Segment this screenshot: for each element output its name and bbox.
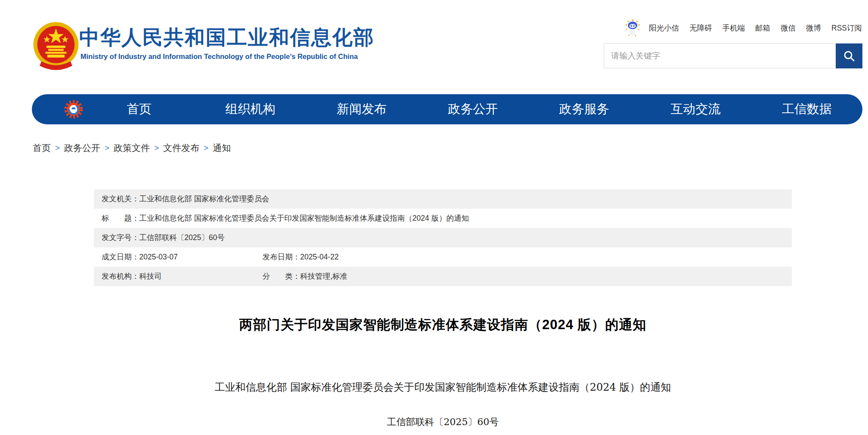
meta-row-publisher-category: 发布机构：科技司 分 类：科技管理,标准 — [94, 267, 792, 286]
meta-value: 2025-04-22 — [300, 253, 339, 261]
search-icon — [843, 50, 855, 62]
quick-links: 阳光小信 无障碍 手机端 邮箱 微信 微博 RSS订阅 — [624, 19, 862, 37]
nav-items: 首页 组织机构 新闻发布 政务公开 政务服务 互动交流 工信数据 — [83, 101, 862, 118]
breadcrumb-separator: > — [154, 143, 159, 153]
breadcrumb-item-gov-disclosure[interactable]: 政务公开 — [64, 142, 100, 154]
site-title: 中华人民共和国工业和信息化部 — [79, 24, 374, 51]
quick-link-accessibility[interactable]: 无障碍 — [689, 23, 712, 33]
nav-item-news[interactable]: 新闻发布 — [306, 101, 417, 118]
miit-gear-logo-icon — [64, 99, 83, 119]
article-subtitle: 工业和信息化部 国家标准化管理委员会关于印发国家智能制造标准体系建设指南（202… — [94, 380, 792, 394]
quick-link-sunshine-assistant[interactable]: 阳光小信 — [649, 23, 679, 33]
quick-link-wechat[interactable]: 微信 — [781, 23, 796, 33]
meta-row-dates: 成文日期：2025-03-07 发布日期：2025-04-22 — [94, 247, 792, 267]
national-emblem — [32, 21, 80, 71]
meta-row-document-number: 发文字号：工信部联科〔2025〕60号 — [94, 228, 792, 247]
main-navbar: 首页 组织机构 新闻发布 政务公开 政务服务 互动交流 工信数据 — [32, 94, 862, 124]
meta-label: 标 题： — [102, 214, 139, 222]
article-doc-number: 工信部联科〔2025〕60号 — [94, 416, 792, 429]
meta-label: 发布机构： — [102, 272, 139, 281]
search-bar — [604, 43, 862, 68]
quick-link-mail[interactable]: 邮箱 — [755, 23, 770, 33]
article-title: 两部门关于印发国家智能制造标准体系建设指南（2024 版）的通知 — [94, 316, 792, 334]
search-input[interactable] — [604, 43, 836, 68]
document-meta-table: 发文机关：工业和信息化部 国家标准化管理委员会 标 题：工业和信息化部 国家标准… — [94, 189, 792, 286]
meta-value: 工业和信息化部 国家标准化管理委员会 — [139, 194, 269, 203]
meta-label: 成文日期： — [102, 253, 139, 261]
site-subtitle: Ministry of Industry and Information Tec… — [80, 52, 358, 61]
breadcrumb-item-home[interactable]: 首页 — [33, 142, 51, 154]
meta-value: 科技管理,标准 — [300, 272, 348, 281]
breadcrumb-item-document-release[interactable]: 文件发布 — [163, 142, 199, 154]
meta-value: 2025-03-07 — [139, 253, 178, 261]
robot-assistant-icon[interactable] — [624, 19, 641, 37]
nav-item-gov-services[interactable]: 政务服务 — [528, 101, 640, 118]
quick-link-mobile[interactable]: 手机端 — [723, 23, 745, 33]
nav-item-organization[interactable]: 组织机构 — [195, 101, 306, 118]
breadcrumb-separator: > — [105, 143, 109, 153]
meta-label: 发文机关： — [102, 194, 139, 203]
meta-label: 发文字号： — [102, 233, 139, 242]
nav-item-interaction[interactable]: 互动交流 — [640, 101, 751, 118]
meta-value: 工信部联科〔2025〕60号 — [139, 233, 225, 242]
meta-label: 分 类： — [263, 272, 300, 281]
breadcrumb-separator: > — [204, 143, 208, 153]
meta-value: 科技司 — [139, 272, 162, 281]
breadcrumb-item-notice[interactable]: 通知 — [213, 142, 231, 154]
breadcrumb: 首页 > 政务公开 > 政策文件 > 文件发布 > 通知 — [33, 142, 231, 154]
search-button[interactable] — [836, 43, 862, 68]
meta-label: 发布日期： — [263, 253, 300, 261]
meta-row-title: 标 题：工业和信息化部 国家标准化管理委员会关于印发国家智能制造标准体系建设指南… — [94, 209, 792, 228]
meta-value: 工业和信息化部 国家标准化管理委员会关于印发国家智能制造标准体系建设指南（202… — [139, 214, 469, 222]
page: 中华人民共和国工业和信息化部 Ministry of Industry and … — [0, 0, 868, 435]
nav-item-home[interactable]: 首页 — [83, 101, 195, 118]
meta-row-issuing-authority: 发文机关：工业和信息化部 国家标准化管理委员会 — [94, 189, 792, 209]
nav-item-miit-data[interactable]: 工信数据 — [751, 101, 862, 118]
breadcrumb-separator: > — [55, 143, 60, 153]
nav-item-gov-disclosure[interactable]: 政务公开 — [417, 101, 529, 118]
breadcrumb-item-policy-documents[interactable]: 政策文件 — [114, 142, 150, 154]
quick-link-weibo[interactable]: 微博 — [806, 23, 821, 33]
quick-link-rss[interactable]: RSS订阅 — [831, 23, 862, 33]
